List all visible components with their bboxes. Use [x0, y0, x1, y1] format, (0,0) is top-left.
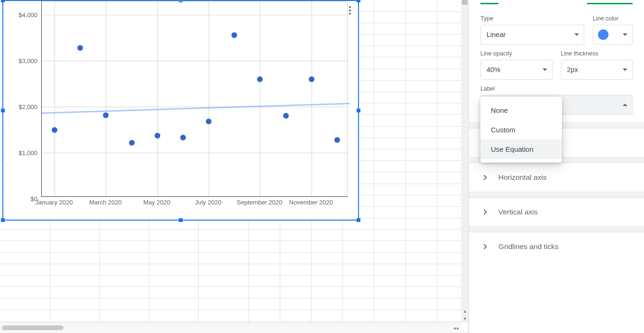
x-axis-tick-label: September 2020 [237, 199, 282, 206]
data-point [309, 76, 314, 82]
line-opacity-label: Line opacity [480, 50, 552, 57]
chevron-up-icon [623, 104, 627, 106]
scrollbar-thumb[interactable] [462, 0, 468, 5]
horizontal-axis-accordion[interactable]: Horizontal axis [469, 163, 644, 192]
chevron-right-icon [480, 173, 490, 182]
dropdown-option[interactable]: Custom [480, 120, 562, 139]
gridline [260, 1, 260, 196]
chart-editor-sidebar: Type Linear Line color Line opacit [469, 0, 644, 333]
x-axis-tick-label: March 2020 [89, 199, 122, 206]
horizontal-axis-accordion-label: Horizontal axis [498, 173, 547, 182]
section-divider [469, 192, 644, 197]
data-point [52, 127, 57, 133]
y-axis-tick-label: $2,000 [3, 103, 37, 111]
chevron-down-icon [543, 69, 547, 71]
data-point [334, 137, 340, 143]
tab-indicator [480, 3, 498, 4]
spreadsheet-area: $0$1,000$2,000$3,000$4,000January 2020Ma… [0, 0, 469, 333]
series-trendline-section: Type Linear Line color Line opacit [469, 6, 644, 122]
chevron-right-icon [480, 207, 490, 217]
chevron-down-icon [574, 34, 579, 36]
x-axis-tick-label: November 2020 [289, 199, 333, 206]
tab-indicator-active [587, 3, 633, 4]
scroll-right-icon[interactable]: ▸ [457, 325, 459, 331]
chart-object[interactable]: $0$1,000$2,000$3,000$4,000January 2020Ma… [2, 0, 359, 221]
data-point [257, 76, 263, 82]
chart-canvas: $0$1,000$2,000$3,000$4,000January 2020Ma… [3, 1, 358, 220]
scroll-left-icon[interactable]: ◂ [453, 325, 456, 331]
line-opacity-value: 40% [487, 66, 500, 74]
trendline-type-value: Linear [487, 31, 506, 38]
line-thickness-value: 2px [567, 66, 578, 74]
gridlines-accordion[interactable]: Gridlines and ticks [469, 232, 644, 261]
gridline [42, 153, 348, 153]
gridline [209, 1, 209, 196]
scroll-down-icon[interactable]: ▾ [461, 315, 469, 323]
x-axis-tick-label: July 2020 [195, 199, 221, 206]
line-thickness-select[interactable]: 2px [561, 60, 633, 80]
data-point [77, 45, 83, 51]
data-point [129, 140, 135, 146]
data-point [283, 113, 289, 119]
data-point [103, 112, 109, 118]
gridlines-accordion-label: Gridlines and ticks [498, 242, 559, 251]
data-point [231, 32, 237, 38]
chevron-down-icon [623, 69, 627, 71]
vertical-axis-accordion[interactable]: Vertical axis [469, 197, 644, 226]
data-point [155, 133, 160, 139]
data-point [180, 135, 186, 140]
plot-area [41, 1, 348, 197]
y-axis-tick-label: $4,000 [3, 11, 37, 18]
dropdown-option[interactable]: None [480, 101, 562, 120]
scrollbar-thumb[interactable] [2, 325, 64, 330]
y-axis-tick-label: $0 [3, 195, 37, 203]
gridline [42, 15, 348, 15]
trendline [42, 102, 350, 113]
line-color-select[interactable] [593, 25, 633, 45]
chevron-right-icon [480, 242, 490, 251]
type-label: Type [480, 15, 584, 22]
x-axis-tick-label: May 2020 [143, 199, 170, 206]
color-swatch [598, 29, 608, 40]
gridline [55, 1, 55, 196]
gridline [157, 1, 158, 196]
y-axis-tick-label: $1,000 [3, 149, 37, 157]
line-color-label: Line color [593, 15, 633, 22]
trendline-label-dropdown[interactable]: NoneCustomUse Equation [480, 97, 562, 163]
horizontal-scrollbar[interactable]: ◂▸ [0, 323, 461, 333]
trendline-type-select[interactable]: Linear [480, 25, 584, 45]
vertical-axis-accordion-label: Vertical axis [498, 208, 538, 216]
data-point [206, 119, 212, 124]
y-axis-tick-label: $3,000 [3, 57, 37, 65]
section-divider [469, 226, 644, 232]
gridline [42, 61, 348, 61]
scroll-up-icon[interactable]: ▴ [461, 307, 469, 315]
gridline [312, 1, 312, 196]
x-axis-tick-label: January 2020 [36, 199, 73, 206]
chevron-down-icon [623, 34, 627, 36]
label-label: Label [480, 85, 633, 92]
vertical-scrollbar[interactable]: ▴ ▾ [461, 0, 469, 323]
dropdown-option[interactable]: Use Equation [480, 139, 562, 159]
line-opacity-select[interactable]: 40% [480, 60, 552, 80]
gridline [106, 1, 106, 196]
line-thickness-label: Line thickness [561, 50, 633, 57]
